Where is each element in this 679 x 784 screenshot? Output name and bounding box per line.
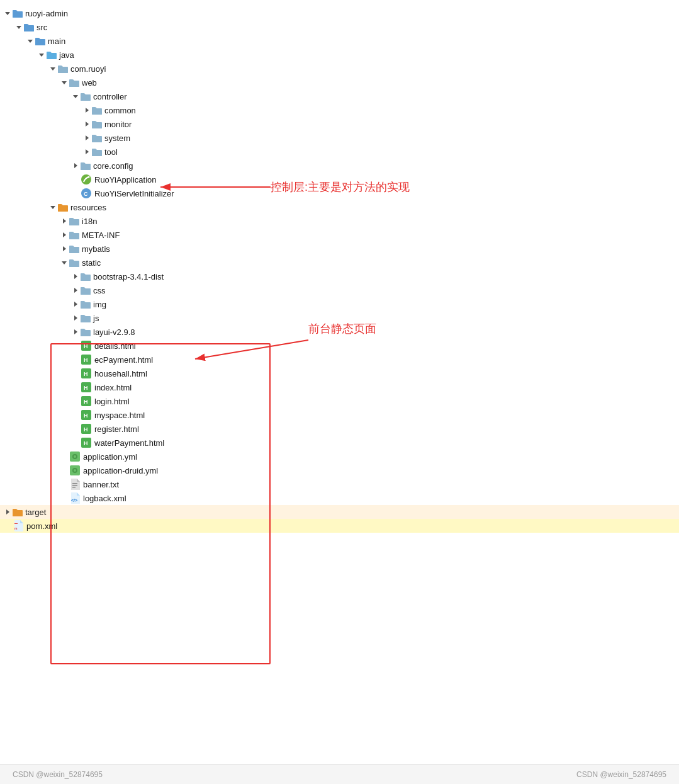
tree-item-waterPayment.html[interactable]: H waterPayment.html [0,436,679,450]
tree-item-system[interactable]: system [0,131,679,145]
arrow-househall.html[interactable] [70,368,81,378]
svg-marker-54 [77,492,80,496]
arrow-layui[interactable] [70,327,81,337]
tree-item-layui[interactable]: layui-v2.9.8 [0,325,679,339]
file-tree: ruoyi-admin src main java com.ruoyi web … [0,0,679,539]
tree-item-myspace.html[interactable]: H myspace.html [0,408,679,422]
icon-details.html: H [81,340,92,351]
svg-marker-56 [6,509,9,514]
tree-item-static[interactable]: static [0,256,679,270]
arrow-target[interactable] [3,507,13,517]
icon-bootstrap [81,273,91,281]
icon-resources [58,203,68,212]
tree-item-mybatis[interactable]: mybatis [0,242,679,256]
arrow-monitor[interactable] [82,119,92,129]
arrow-bootstrap[interactable] [70,271,81,281]
svg-marker-21 [74,274,77,279]
arrow-details.html[interactable] [70,341,81,351]
arrow-application-druid.yml[interactable] [59,465,69,475]
tree-item-index.html[interactable]: H index.html [0,380,679,394]
tree-item-img[interactable]: img [0,297,679,311]
tree-item-househall.html[interactable]: H househall.html [0,366,679,380]
arrow-resources[interactable] [48,202,58,212]
tree-item-application.yml[interactable]: application.yml [0,450,679,463]
arrow-ruoyi-admin[interactable] [3,8,13,18]
tree-item-pom[interactable]: m pom.xml [0,519,679,533]
label-waterPayment.html: waterPayment.html [94,438,164,448]
icon-waterPayment.html: H [81,437,92,448]
tree-item-RuoYiServletInitializer[interactable]: C RuoYiServletInitializer [0,186,679,200]
arrow-mybatis[interactable] [59,244,69,254]
tree-item-ruoyi-admin[interactable]: ruoyi-admin [0,6,679,20]
svg-text:H: H [84,357,88,363]
tree-item-banner.txt[interactable]: banner.txt [0,477,679,491]
svg-rect-51 [72,485,77,486]
arrow-web[interactable] [59,77,69,88]
label-com.ruoyi: com.ruoyi [70,64,106,74]
icon-META-INF [69,231,79,239]
icon-core.config [81,162,91,170]
tree-item-login.html[interactable]: H login.html [0,394,679,408]
tree-item-target[interactable]: target [0,505,679,519]
tree-item-ecPayment.html[interactable]: H ecPayment.html [0,353,679,366]
tree-item-web[interactable]: web [0,76,679,89]
arrow-static[interactable] [59,258,69,268]
tree-item-RuoYiApplication[interactable]: RuoYiApplication [0,173,679,186]
label-logback.xml: logback.xml [83,494,126,503]
arrow-ecPayment.html[interactable] [70,355,81,365]
arrow-tool[interactable] [82,147,92,157]
arrow-myspace.html[interactable] [70,410,81,420]
tree-item-tool[interactable]: tool [0,145,679,159]
icon-logback.xml: </> [69,492,81,504]
tree-item-java[interactable]: java [0,48,679,62]
tree-item-application-druid.yml[interactable]: application-druid.yml [0,463,679,477]
arrow-banner.txt[interactable] [59,479,69,489]
arrow-img[interactable] [70,299,81,309]
tree-item-META-INF[interactable]: META-INF [0,228,679,242]
svg-text:C: C [84,191,88,197]
tree-item-controller[interactable]: controller [0,89,679,103]
tree-item-i18n[interactable]: i18n [0,214,679,228]
arrow-controller[interactable] [70,91,81,101]
tree-item-common[interactable]: common [0,103,679,117]
icon-myspace.html: H [81,409,92,421]
arrow-css[interactable] [70,285,81,295]
arrow-waterPayment.html[interactable] [70,438,81,448]
tree-item-resources[interactable]: resources [0,200,679,214]
icon-ruoyi-admin [13,9,23,18]
arrow-com.ruoyi[interactable] [48,64,58,74]
arrow-index.html[interactable] [70,382,81,392]
arrow-src[interactable] [14,22,24,32]
label-java: java [59,50,74,60]
tree-item-css[interactable]: css [0,283,679,297]
tree-item-src[interactable]: src [0,20,679,34]
tree-item-com.ruoyi[interactable]: com.ruoyi [0,62,679,76]
arrow-i18n[interactable] [59,216,69,226]
tree-item-details.html[interactable]: H details.html [0,339,679,353]
svg-rect-50 [72,483,77,484]
arrow-RuoYiApplication[interactable] [70,174,81,185]
arrow-common[interactable] [82,105,92,115]
arrow-js[interactable] [70,313,81,323]
tree-item-logback.xml[interactable]: </> logback.xml [0,491,679,505]
arrow-logback.xml[interactable] [59,493,69,503]
icon-java [47,51,57,59]
arrow-META-INF[interactable] [59,230,69,240]
arrow-register.html[interactable] [70,424,81,434]
arrow-system[interactable] [82,133,92,143]
tree-item-js[interactable]: js [0,311,679,325]
arrow-RuoYiServletInitializer[interactable] [70,188,81,198]
arrow-core.config[interactable] [70,161,81,171]
tree-item-main[interactable]: main [0,34,679,48]
arrow-login.html[interactable] [70,396,81,406]
arrow-main[interactable] [25,36,35,46]
label-login.html: login.html [94,397,130,406]
arrow-application.yml[interactable] [59,452,69,462]
arrow-java[interactable] [36,50,47,60]
tree-item-monitor[interactable]: monitor [0,117,679,131]
svg-marker-3 [39,54,44,57]
tree-item-bootstrap[interactable]: bootstrap-3.4.1-dist [0,270,679,283]
tree-item-register.html[interactable]: H register.html [0,422,679,436]
tree-item-core.config[interactable]: core.config [0,159,679,173]
svg-marker-6 [73,95,78,98]
